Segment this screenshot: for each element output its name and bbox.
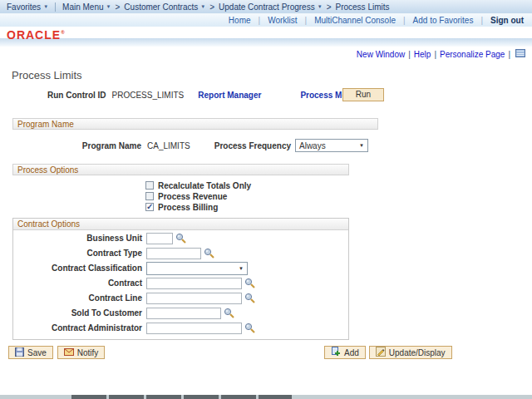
process-options-checkboxes: Recalculate Totals Only Process Revenue …	[145, 180, 532, 212]
notify-label: Notify	[77, 348, 99, 357]
logo-row: ORACLE®	[0, 27, 532, 38]
program-name-section-header: Program Name	[12, 118, 378, 130]
breadcrumb-divider	[55, 2, 56, 12]
field-row-contract: Contract	[13, 276, 348, 290]
sold-to-customer-input[interactable]	[146, 308, 221, 319]
link-separator: |	[434, 50, 436, 59]
chevron-down-icon: ▼	[200, 4, 205, 9]
checkbox-label: Process Revenue	[158, 192, 227, 201]
breadcrumb-separator: >	[209, 2, 214, 12]
taskbar-segment	[109, 395, 144, 399]
contract-input[interactable]	[146, 278, 242, 289]
process-billing-checkbox[interactable]	[145, 203, 154, 211]
process-options-section-header: Process Options	[12, 164, 349, 175]
process-limits-label: Process Limits	[335, 2, 389, 12]
multichannel-console-link[interactable]: MultiChannel Console	[314, 16, 396, 25]
personalize-page-link[interactable]: Personalize Page	[440, 50, 505, 59]
process-frequency-value: Always	[299, 141, 359, 150]
business-unit-label: Business Unit	[13, 234, 146, 243]
process-revenue-checkbox[interactable]	[145, 192, 154, 200]
save-button[interactable]: Save	[8, 346, 53, 359]
worklist-link[interactable]: Worklist	[268, 16, 297, 25]
process-frequency-select[interactable]: Always ▼	[295, 139, 368, 152]
oracle-logo: ORACLE®	[7, 28, 66, 42]
home-link[interactable]: Home	[229, 16, 251, 25]
run-control-id-label: Run Control ID	[47, 91, 106, 100]
chevron-down-icon: ▼	[106, 4, 111, 9]
add-button[interactable]: Add	[324, 346, 366, 359]
help-link[interactable]: Help	[414, 50, 431, 59]
lookup-magnifier-icon[interactable]	[244, 293, 255, 303]
sign-out-link[interactable]: Sign out	[490, 16, 524, 25]
copy-url-icon[interactable]	[515, 49, 525, 59]
field-row-contract-classification: Contract Classification ▼	[13, 261, 348, 275]
contract-administrator-label: Contract Administrator	[13, 323, 146, 332]
breadcrumb-process-limits[interactable]: Process Limits	[335, 2, 389, 12]
chevron-down-icon: ▼	[359, 143, 364, 148]
new-window-link[interactable]: New Window	[357, 50, 405, 59]
header-links: Home | Worklist | MultiChannel Console |…	[0, 14, 532, 27]
breadcrumb-separator: >	[327, 2, 332, 12]
contract-classification-label: Contract Classification	[13, 264, 146, 273]
lookup-magnifier-icon[interactable]	[175, 233, 186, 244]
process-limits-page: Favorites ▼ Main Menu ▼ > Customer Contr…	[0, 0, 532, 399]
taskbar-segment	[184, 395, 219, 399]
link-separator: |	[408, 50, 411, 59]
report-manager-link[interactable]: Report Manager	[198, 91, 261, 100]
contract-options-section-header: Contract Options	[13, 219, 348, 230]
chevron-down-icon: ▼	[43, 4, 48, 9]
lookup-magnifier-icon[interactable]	[224, 308, 234, 318]
contract-type-input[interactable]	[146, 248, 201, 259]
run-button[interactable]: Run	[342, 88, 384, 101]
breadcrumb-favorites[interactable]: Favorites ▼	[7, 2, 48, 12]
field-row-contract-type: Contract Type	[13, 246, 348, 260]
recalculate-totals-only-checkbox[interactable]	[145, 181, 154, 190]
add-plus-icon	[331, 347, 341, 358]
lookup-magnifier-icon[interactable]	[244, 278, 255, 288]
business-unit-input[interactable]	[146, 233, 173, 244]
pencil-icon	[376, 347, 386, 358]
update-display-button[interactable]: Update/Display	[369, 346, 452, 359]
main-menu-label: Main Menu	[62, 2, 103, 12]
taskbar-segment	[146, 395, 181, 399]
link-separator: |	[259, 16, 261, 25]
field-row-contract-line: Contract Line	[13, 291, 348, 305]
field-row-contract-administrator: Contract Administrator	[13, 321, 348, 335]
checkbox-row-recalculate-totals: Recalculate Totals Only	[145, 180, 532, 190]
taskbar-segment	[71, 395, 106, 399]
breadcrumb-separator: >	[116, 2, 121, 12]
contract-options-group-box: Contract Options Business Unit Contract …	[12, 218, 349, 340]
customer-contracts-label: Customer Contracts	[124, 2, 198, 12]
taskbar-strip	[0, 395, 532, 399]
notify-envelope-icon	[64, 348, 74, 357]
taskbar-segment	[259, 395, 292, 399]
save-label: Save	[27, 348, 47, 357]
program-name-row: Program Name CA_LIMITS Process Frequency…	[12, 139, 532, 152]
breadcrumb-update-contract-progress[interactable]: Update Contract Progress ▼	[219, 2, 323, 12]
header-gradient-band	[0, 38, 532, 47]
breadcrumb-customer-contracts[interactable]: Customer Contracts ▼	[124, 2, 205, 12]
page-toolbar: Save Notify Add Update/Display	[0, 346, 532, 360]
contract-line-input[interactable]	[146, 293, 242, 304]
checkbox-label: Process Billing	[158, 203, 218, 212]
notify-button[interactable]: Notify	[57, 346, 106, 359]
taskbar-segment	[221, 395, 256, 399]
add-label: Add	[344, 348, 359, 357]
process-frequency-label: Process Frequency	[175, 141, 291, 150]
page-utility-links: New Window | Help | Personalize Page |	[0, 49, 532, 59]
lookup-magnifier-icon[interactable]	[204, 248, 214, 259]
contract-type-label: Contract Type	[13, 249, 146, 258]
run-control-id-value: PROCESS_LIMITS	[112, 91, 185, 100]
lookup-magnifier-icon[interactable]	[244, 323, 255, 333]
checkbox-label: Recalculate Totals Only	[158, 181, 251, 190]
contract-administrator-input[interactable]	[146, 323, 242, 334]
link-separator: |	[403, 16, 406, 25]
update-display-label: Update/Display	[389, 348, 446, 357]
field-row-business-unit: Business Unit	[13, 231, 348, 245]
link-separator: |	[305, 16, 308, 25]
contract-classification-select[interactable]: ▼	[146, 262, 248, 275]
breadcrumb-main-menu[interactable]: Main Menu ▼	[62, 2, 111, 12]
contract-line-label: Contract Line	[13, 293, 146, 303]
checkbox-row-process-revenue: Process Revenue	[145, 191, 532, 201]
add-to-favorites-link[interactable]: Add to Favorites	[413, 16, 474, 25]
